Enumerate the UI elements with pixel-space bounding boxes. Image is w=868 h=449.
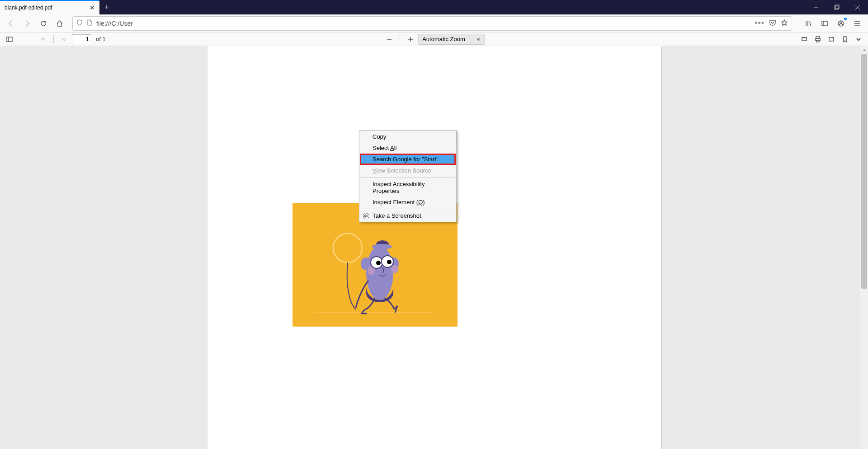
- svg-point-11: [840, 22, 842, 23]
- bookmark-star-icon[interactable]: [781, 19, 788, 28]
- ctx-screenshot[interactable]: Take a Screenshot: [360, 210, 456, 221]
- browser-tab[interactable]: blank.pdf-edited.pdf ✕: [0, 0, 99, 14]
- svg-point-40: [363, 214, 365, 215]
- svg-line-7: [810, 21, 811, 26]
- download-button[interactable]: [826, 33, 837, 45]
- toggle-sidebar-button[interactable]: [4, 33, 15, 45]
- pdf-viewer[interactable]: Sta: [0, 46, 868, 449]
- scroll-thumb[interactable]: [861, 54, 867, 289]
- divider: [53, 35, 54, 43]
- zoom-label: Automatic Zoom: [422, 36, 465, 42]
- svg-rect-8: [822, 21, 827, 26]
- ctx-select-all[interactable]: Select All: [360, 142, 456, 154]
- svg-point-27: [333, 234, 362, 262]
- ctx-copy[interactable]: Copy: [360, 131, 456, 142]
- scroll-up-button[interactable]: [860, 46, 868, 54]
- presentation-button[interactable]: [798, 33, 810, 45]
- chevron-down-icon: [476, 37, 481, 42]
- zoom-out-button[interactable]: [383, 33, 395, 45]
- svg-point-35: [391, 265, 398, 273]
- next-page-button[interactable]: [58, 33, 70, 45]
- url-bar[interactable]: file:///C:/User •••: [72, 16, 792, 31]
- ctx-inspect-a11y[interactable]: Inspect Accessibility Properties: [360, 178, 456, 196]
- svg-rect-24: [816, 40, 819, 42]
- separator: [360, 209, 455, 209]
- titlebar-spacer: [114, 0, 806, 14]
- page-total-label: of 1: [96, 36, 106, 42]
- account-icon[interactable]: [834, 16, 848, 31]
- zoom-select[interactable]: Automatic Zoom: [418, 34, 485, 45]
- divider: [400, 35, 400, 43]
- close-window-button[interactable]: [847, 0, 868, 14]
- home-button[interactable]: [52, 16, 67, 31]
- pocket-icon[interactable]: [769, 19, 776, 28]
- ctx-inspect-element[interactable]: Inspect Element (Q): [360, 196, 456, 208]
- scissors-icon: [363, 212, 370, 220]
- svg-rect-15: [7, 37, 12, 42]
- tab-close-icon[interactable]: ✕: [90, 4, 95, 11]
- minimize-button[interactable]: [806, 0, 826, 14]
- tab-title: blank.pdf-edited.pdf: [5, 5, 90, 11]
- shield-icon: [76, 19, 83, 27]
- vertical-scrollbar[interactable]: [860, 46, 868, 449]
- svg-rect-1: [835, 6, 838, 9]
- window-controls: [806, 0, 868, 14]
- context-menu: Copy Select All Search Google for "Start…: [359, 130, 457, 222]
- url-text: file:///C:/User: [96, 20, 751, 27]
- page-number-input[interactable]: [72, 34, 91, 44]
- svg-point-38: [376, 261, 381, 265]
- maximize-button[interactable]: [826, 0, 847, 14]
- nav-toolbar: file:///C:/User •••: [0, 14, 868, 33]
- ctx-view-source: View Selection Source: [360, 165, 456, 176]
- file-icon: [86, 19, 93, 27]
- menu-button[interactable]: [850, 16, 864, 31]
- forward-button[interactable]: [20, 16, 34, 31]
- pdf-page: Sta: [208, 46, 661, 449]
- library-icon[interactable]: [801, 16, 816, 31]
- page-actions-icon[interactable]: •••: [755, 19, 764, 28]
- separator: [360, 177, 455, 178]
- svg-rect-2: [835, 5, 839, 9]
- svg-rect-20: [802, 37, 807, 41]
- zoom-in-button[interactable]: [405, 33, 416, 45]
- prev-page-button[interactable]: [37, 33, 49, 45]
- ctx-search-google[interactable]: Search Google for "Start": [360, 154, 456, 165]
- pdf-toolbar: of 1 Automatic Zoom: [0, 33, 868, 46]
- svg-point-41: [363, 216, 365, 218]
- sidebar-icon[interactable]: [817, 16, 832, 31]
- svg-point-29: [379, 293, 381, 295]
- print-button[interactable]: [812, 33, 824, 45]
- back-button[interactable]: [4, 16, 18, 31]
- titlebar: blank.pdf-edited.pdf ✕ +: [0, 0, 868, 14]
- reload-button[interactable]: [36, 16, 51, 31]
- tools-button[interactable]: [853, 33, 864, 45]
- svg-point-31: [372, 244, 392, 249]
- new-tab-button[interactable]: +: [99, 0, 114, 14]
- bookmark-view-button[interactable]: [839, 33, 851, 45]
- svg-point-39: [387, 260, 392, 264]
